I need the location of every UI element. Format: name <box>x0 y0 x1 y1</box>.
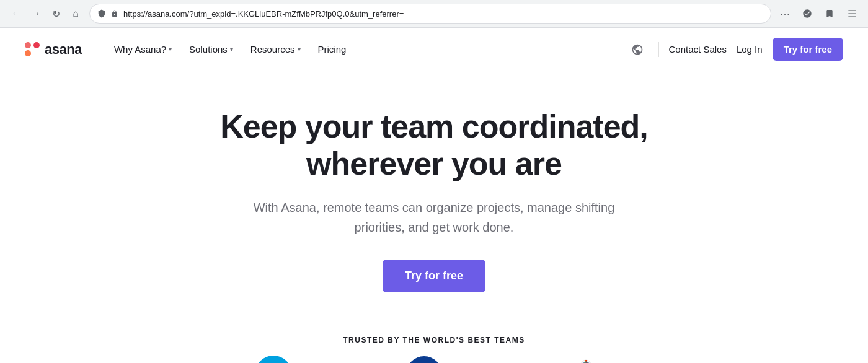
chevron-icon: ▾ <box>298 46 301 53</box>
nav-solutions[interactable]: Solutions ▾ <box>182 39 241 59</box>
nav-links: Why Asana? ▾ Solutions ▾ Resources ▾ Pri… <box>107 39 626 59</box>
nav-why-asana[interactable]: Why Asana? ▾ <box>107 39 179 59</box>
nav-pricing[interactable]: Pricing <box>311 39 354 59</box>
more-button[interactable]: ⋯ <box>776 5 794 22</box>
security-icon <box>97 9 106 18</box>
hero-cta-button[interactable]: Try for free <box>383 260 485 292</box>
chevron-icon: ▾ <box>169 46 172 53</box>
globe-button[interactable] <box>626 38 649 61</box>
browser-toolbar: ← → ↻ ⌂ https://asana.com/?utm_expid=.KK… <box>0 0 868 27</box>
nav-divider <box>658 42 659 57</box>
logo-dot-1 <box>25 42 31 48</box>
forward-button[interactable]: → <box>27 5 45 22</box>
menu-button[interactable]: ☰ <box>843 5 861 22</box>
website-content: asana Why Asana? ▾ Solutions ▾ Resources… <box>0 28 868 363</box>
hero-subtitle: With Asana, remote teams can organize pr… <box>236 198 632 237</box>
logo-dot-3 <box>25 50 31 56</box>
reload-button[interactable]: ↻ <box>47 5 64 22</box>
bookmark-button[interactable] <box>821 5 838 22</box>
back-button[interactable]: ← <box>7 5 25 22</box>
nav-buttons: ← → ↻ ⌂ <box>7 5 84 22</box>
login-link[interactable]: Log In <box>737 44 763 55</box>
hero-title: Keep your team coordinated, wherever you… <box>167 108 701 183</box>
try-free-nav-button[interactable]: Try for free <box>773 38 843 61</box>
svg-point-0 <box>406 356 442 363</box>
nav-right: Contact Sales Log In Try for free <box>626 38 843 61</box>
address-bar[interactable]: https://asana.com/?utm_expid=.KKGLiuEBR-… <box>89 4 771 24</box>
logo-text: asana <box>45 42 82 58</box>
logo[interactable]: asana <box>25 42 82 58</box>
nav-resources[interactable]: Resources ▾ <box>243 39 308 59</box>
trust-label: TRUSTED BY THE WORLD'S BEST TEAMS <box>12 336 856 344</box>
browser-chrome: ← → ↻ ⌂ https://asana.com/?utm_expid=.KK… <box>0 0 868 28</box>
browser-actions: ⋯ ☰ <box>776 5 861 22</box>
profile-button[interactable] <box>799 5 816 22</box>
home-button[interactable]: ⌂ <box>67 5 84 22</box>
hero-section: Keep your team coordinated, wherever you… <box>155 71 713 317</box>
lock-icon <box>111 10 118 17</box>
logo-dots <box>25 42 40 57</box>
logo-dot-2 <box>33 42 40 48</box>
trust-section: TRUSTED BY THE WORLD'S BEST TEAMS VOXMED… <box>0 317 868 363</box>
chevron-icon: ▾ <box>230 46 233 53</box>
contact-sales-link[interactable]: Contact Sales <box>669 44 727 55</box>
logo-dot-4 <box>33 50 40 56</box>
address-text: https://asana.com/?utm_expid=.KKGLiuEBR-… <box>123 9 763 19</box>
site-nav: asana Why Asana? ▾ Solutions ▾ Resources… <box>0 28 868 71</box>
